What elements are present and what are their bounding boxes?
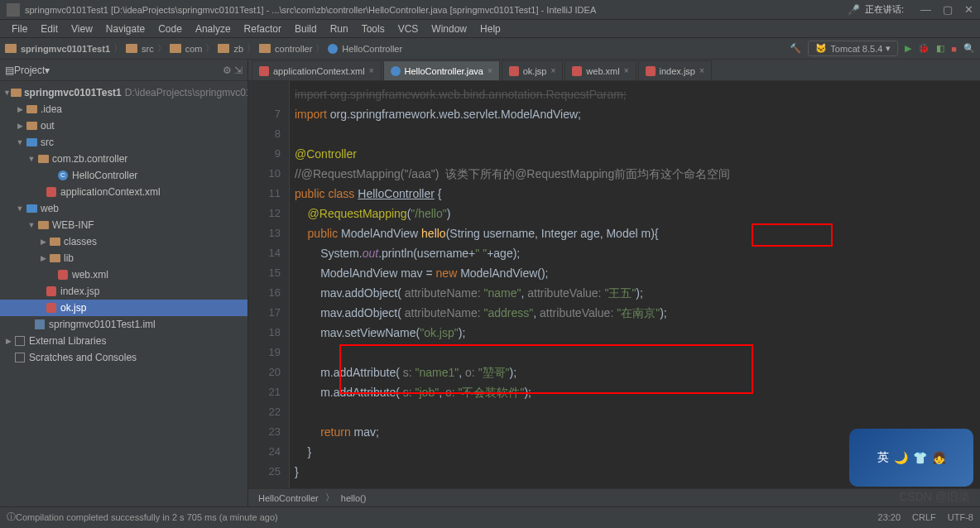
tab-webxml[interactable]: web.xml× (564, 60, 636, 80)
file-encoding[interactable]: UTF-8 (948, 512, 973, 522)
menu-vcs[interactable]: VCS (393, 22, 424, 36)
menu-refactor[interactable]: Refactor (239, 22, 286, 36)
coverage-button[interactable]: ◧ (936, 43, 944, 54)
floating-widget[interactable]: 英🌙👕👧 (849, 429, 973, 487)
close-button[interactable]: ✕ (964, 3, 973, 16)
run-button[interactable]: ▶ (905, 43, 911, 54)
navigation-bar: springmvc0101Test1 〉src 〉com 〉zb 〉contro… (0, 38, 980, 60)
app-icon (7, 3, 20, 17)
menu-bar: File Edit View Navigate Code Analyze Ref… (0, 20, 980, 38)
menu-build[interactable]: Build (290, 22, 322, 36)
debug-button[interactable]: 🐞 (918, 43, 930, 54)
line-separator[interactable]: CRLF (912, 512, 936, 522)
build-button[interactable]: 🔨 (790, 43, 801, 54)
line-gutter[interactable]: 78910111213141516171819202122232425 (248, 81, 290, 488)
breadcrumb[interactable]: springmvc0101Test1 〉src 〉com 〉zb 〉contro… (5, 42, 402, 55)
project-tree[interactable]: ▼springmvc0101Test1D:\ideaProjects\sprin… (0, 81, 247, 506)
window-title: springmvc0101Test1 [D:\ideaProjects\spri… (25, 5, 848, 15)
folder-icon (5, 44, 17, 53)
project-tool-window: ▤ Project ▾ ⚙ ⇲ ▼springmvc0101Test1D:\id… (0, 60, 248, 506)
menu-run[interactable]: Run (325, 22, 353, 36)
minimize-button[interactable]: — (920, 3, 931, 16)
tab-indexjsp[interactable]: index.jsp× (638, 60, 712, 80)
breadcrumb-project[interactable]: springmvc0101Test1 (21, 44, 110, 54)
editor-tabs: applicationContext.xml× HelloController.… (248, 60, 980, 81)
menu-help[interactable]: Help (475, 22, 506, 36)
tomcat-icon: 🐱 (815, 43, 827, 54)
menu-code[interactable]: Code (153, 22, 187, 36)
code-editor[interactable]: 78910111213141516171819202122232425 impo… (248, 81, 980, 488)
run-config-selector[interactable]: 🐱Tomcat 8.5.4▾ (808, 41, 898, 56)
status-bar: ⓘ Compilation completed successfully in … (0, 506, 980, 526)
editor-breadcrumb[interactable]: HelloController〉hello() (248, 488, 980, 506)
title-bar: springmvc0101Test1 [D:\ideaProjects\spri… (0, 0, 980, 20)
search-button[interactable]: 🔍 (963, 43, 975, 54)
menu-tools[interactable]: Tools (357, 22, 390, 36)
menu-navigate[interactable]: Navigate (101, 22, 150, 36)
tab-appcontext[interactable]: applicationContext.xml× (252, 60, 382, 80)
menu-analyze[interactable]: Analyze (190, 22, 236, 36)
maximize-button[interactable]: ▢ (943, 3, 953, 16)
code-content[interactable]: import org.springframework.web.bind.anno… (290, 81, 980, 488)
tab-hellocontroller[interactable]: HelloController.java× (383, 60, 500, 80)
project-panel-header[interactable]: ▤ Project ▾ ⚙ ⇲ (0, 60, 247, 81)
status-icon: ⓘ (7, 511, 16, 523)
caret-position[interactable]: 23:20 (878, 512, 901, 522)
watermark: CSDN @旧染 (899, 490, 970, 505)
menu-window[interactable]: Window (426, 22, 472, 36)
stop-button[interactable]: ■ (951, 44, 957, 54)
menu-file[interactable]: File (7, 22, 32, 36)
window-controls: — ▢ ✕ (920, 3, 973, 16)
speaking-label: 正在讲话: (865, 3, 904, 16)
tree-selected: ok.jsp (0, 300, 247, 316)
menu-view[interactable]: View (66, 22, 98, 36)
mic-icon: 🎤 (848, 4, 860, 16)
tab-okjsp[interactable]: ok.jsp× (502, 60, 564, 80)
gear-icon[interactable]: ⚙ ⇲ (223, 65, 243, 76)
status-message: Compilation completed successfully in 2 … (16, 512, 878, 522)
menu-edit[interactable]: Edit (36, 22, 63, 36)
